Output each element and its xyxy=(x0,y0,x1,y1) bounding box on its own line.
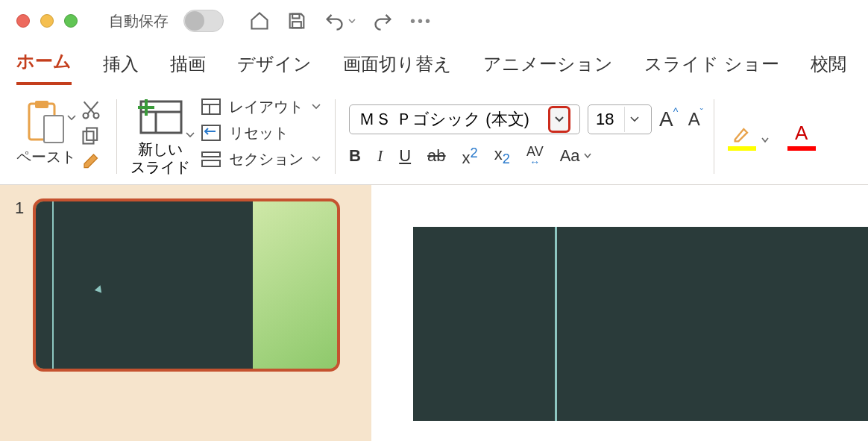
font-name-value: ＭＳ Ｐゴシック (本文) xyxy=(359,108,548,131)
tab-slideshow[interactable]: スライド ショー xyxy=(644,52,779,85)
svg-rect-1 xyxy=(292,22,301,28)
svg-rect-14 xyxy=(202,99,220,114)
paste-label: ペースト xyxy=(16,147,76,167)
ribbon: ペースト xyxy=(0,85,868,185)
font-size-value: 18 xyxy=(596,110,624,129)
svg-rect-19 xyxy=(202,160,220,166)
slide-editor[interactable] xyxy=(371,185,868,441)
zoom-window-button[interactable] xyxy=(64,14,78,28)
svg-rect-18 xyxy=(202,152,220,157)
thumbnail-panel: 1 xyxy=(0,185,371,441)
redo-icon[interactable] xyxy=(373,10,394,31)
chevron-down-icon[interactable] xyxy=(66,113,77,123)
svg-rect-7 xyxy=(87,128,97,140)
new-slide-label-2: スライド xyxy=(130,158,190,176)
superscript-button[interactable]: x2 xyxy=(462,145,478,168)
change-case-button[interactable]: Aa xyxy=(560,146,592,166)
font-size-dropdown-icon[interactable] xyxy=(624,107,644,132)
cut-icon[interactable] xyxy=(81,99,103,122)
tab-draw[interactable]: 描画 xyxy=(170,52,206,85)
slide-canvas[interactable] xyxy=(413,227,868,421)
font-size-select[interactable]: 18 xyxy=(588,104,652,134)
svg-rect-8 xyxy=(84,131,94,143)
layout-button[interactable]: レイアウト xyxy=(201,97,321,117)
svg-rect-3 xyxy=(35,101,48,108)
increase-font-icon[interactable]: A^ xyxy=(659,107,673,131)
new-slide-label-1: 新しい xyxy=(138,140,183,158)
tab-design[interactable]: デザイン xyxy=(237,52,312,85)
strikethrough-button[interactable]: ab xyxy=(427,146,445,166)
paste-button[interactable]: ペースト xyxy=(16,99,76,174)
section-label: セクション xyxy=(229,149,304,169)
highlight-color-button[interactable] xyxy=(728,124,756,151)
autosave-toggle[interactable] xyxy=(183,10,224,32)
content-area: 1 xyxy=(0,185,868,441)
section-button[interactable]: セクション xyxy=(201,149,321,169)
decrease-font-icon[interactable]: Aˇ xyxy=(688,109,700,130)
slide-number: 1 xyxy=(15,198,24,441)
new-slide-button[interactable]: 新しい スライド xyxy=(130,97,190,176)
font-color-button[interactable]: A xyxy=(787,122,816,151)
tab-animations[interactable]: アニメーション xyxy=(483,52,613,85)
underline-button[interactable]: U xyxy=(399,146,411,166)
autosave-label: 自動保存 xyxy=(109,11,169,31)
bold-button[interactable]: B xyxy=(349,146,361,166)
minimize-window-button[interactable] xyxy=(40,14,54,28)
font-name-select[interactable]: ＭＳ Ｐゴシック (本文) xyxy=(349,104,580,134)
undo-dropdown-icon[interactable] xyxy=(347,16,356,25)
more-icon[interactable]: ••• xyxy=(410,13,433,30)
chevron-down-icon[interactable] xyxy=(185,130,195,140)
reset-button[interactable]: リセット xyxy=(201,123,321,143)
italic-button[interactable]: I xyxy=(377,146,383,166)
slide-thumbnail[interactable] xyxy=(33,198,340,372)
copy-icon[interactable] xyxy=(81,125,103,147)
svg-rect-4 xyxy=(44,116,63,143)
window-titlebar: 自動保存 ••• xyxy=(0,0,868,42)
layout-label: レイアウト xyxy=(229,97,304,117)
home-icon[interactable] xyxy=(249,10,270,31)
svg-rect-0 xyxy=(292,14,299,19)
window-controls xyxy=(16,14,78,28)
reset-label: リセット xyxy=(229,123,289,143)
tab-insert[interactable]: 挿入 xyxy=(103,52,139,85)
font-name-dropdown-icon[interactable] xyxy=(548,106,570,133)
undo-icon[interactable] xyxy=(324,10,345,31)
char-spacing-button[interactable]: AV ↔ xyxy=(526,146,544,167)
svg-rect-17 xyxy=(202,125,220,140)
save-icon[interactable] xyxy=(286,10,307,31)
ribbon-tabs: ホーム 挿入 描画 デザイン 画面切り替え アニメーション スライド ショー 校… xyxy=(0,42,868,85)
format-painter-icon[interactable] xyxy=(81,150,103,174)
tab-home[interactable]: ホーム xyxy=(16,49,72,85)
tab-transitions[interactable]: 画面切り替え xyxy=(343,52,452,85)
subscript-button[interactable]: x2 xyxy=(494,145,510,167)
close-window-button[interactable] xyxy=(16,14,30,28)
tab-review[interactable]: 校閲 xyxy=(811,52,846,85)
chevron-down-icon[interactable] xyxy=(761,136,770,145)
